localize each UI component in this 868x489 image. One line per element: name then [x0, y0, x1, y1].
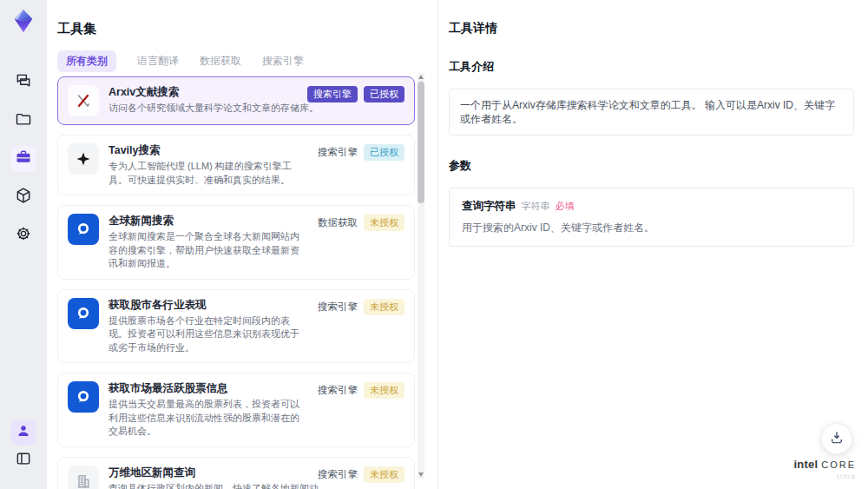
sidebar-item-chat[interactable] — [10, 69, 36, 96]
tool-description: 查询具体行政区划内的新闻，快速了解各地新闻动 — [108, 482, 308, 489]
intro-heading: 工具介绍 — [449, 59, 854, 75]
tool-name: Arxiv文献搜索 — [108, 85, 298, 100]
params-heading: 参数 — [449, 158, 854, 174]
download-icon — [829, 430, 845, 448]
news-globe-icon — [68, 214, 99, 245]
tool-name: 获取市场最活跃股票信息 — [108, 381, 308, 396]
panel-toggle-icon — [15, 450, 32, 471]
tab-data-fetch[interactable]: 数据获取 — [200, 54, 241, 69]
parameter-required-flag: 必填 — [556, 200, 575, 213]
category-badge: 搜索引擎 — [307, 86, 358, 102]
sidebar-nav — [0, 69, 47, 248]
parameter-name: 查询字符串 — [462, 199, 516, 214]
tool-description: 提供股票市场各个行业在特定时间段内的表现。投资者可以利用这些信息来识别表现优于或… — [108, 314, 308, 355]
arxiv-logo-icon — [68, 85, 99, 116]
core-wordmark: core — [821, 459, 856, 470]
app-window: 工具集 所有类别 语言翻译 数据获取 搜索引擎 Arxiv文献搜索 访问各个研究… — [0, 0, 868, 489]
auth-status-badge: 已授权 — [364, 144, 404, 161]
tool-card-body: 获取股市各行业表现 提供股票市场各个行业在特定时间段内的表现。投资者可以利用这些… — [108, 298, 308, 355]
tool-card-body: 万维地区新闻查询 查询具体行政区划内的新闻，快速了解各地新闻动 — [108, 466, 308, 489]
tab-language-translation[interactable]: 语言翻译 — [137, 54, 179, 69]
tab-all-categories[interactable]: 所有类别 — [57, 50, 116, 72]
tool-badges: 搜索引擎 已授权 — [307, 86, 404, 102]
tool-description: 专为人工智能代理 (LLM) 构建的搜索引擎工具。可快速提供实时、准确和真实的结… — [108, 160, 308, 187]
tavily-star-icon — [68, 143, 99, 175]
tool-badges: 搜索引擎 未授权 — [318, 466, 404, 483]
tool-description: 全球新闻搜索是一个聚合全球各大新闻网站内容的搜索引擎，帮助用户快速获取全球最新资… — [108, 230, 308, 271]
category-label: 搜索引擎 — [318, 301, 358, 314]
tool-card-sector-performance[interactable]: 获取股市各行业表现 提供股票市场各个行业在特定时间段内的表现。投资者可以利用这些… — [57, 289, 415, 364]
tool-card-global-news[interactable]: 全球新闻搜索 全球新闻搜索是一个聚合全球各大新闻网站内容的搜索引擎，帮助用户快速… — [57, 205, 415, 280]
tools-panel: 工具集 所有类别 语言翻译 数据获取 搜索引擎 Arxiv文献搜索 访问各个研究… — [47, 0, 437, 489]
news-globe-icon — [68, 298, 99, 329]
sidebar-item-files[interactable] — [10, 108, 36, 134]
tool-card-body: 全球新闻搜索 全球新闻搜索是一个聚合全球各大新闻网站内容的搜索引擎，帮助用户快速… — [108, 214, 308, 271]
news-globe-icon — [68, 381, 99, 413]
sidebar-item-models[interactable] — [10, 184, 36, 210]
auth-status-badge: 未授权 — [364, 215, 404, 231]
parameter-header: 查询字符串 字符串 必填 — [462, 199, 841, 214]
download-button[interactable] — [821, 423, 852, 454]
tool-card-body: Tavily搜索 专为人工智能代理 (LLM) 构建的搜索引擎工具。可快速提供实… — [108, 143, 308, 187]
sidebar-item-account[interactable] — [10, 420, 36, 446]
tool-name: 获取股市各行业表现 — [108, 298, 308, 313]
auth-status-badge: 未授权 — [364, 299, 404, 315]
sidebar-item-settings[interactable] — [10, 222, 36, 248]
cube-icon — [15, 187, 32, 208]
auth-status-badge: 已授权 — [364, 86, 404, 102]
category-label: 搜索引擎 — [318, 468, 358, 481]
tool-name: 全球新闻搜索 — [108, 214, 308, 228]
tool-detail-panel: 工具详情 工具介绍 一个用于从Arxiv存储库搜索科学论文和文章的工具。 输入可… — [437, 0, 868, 489]
tool-card-arxiv[interactable]: Arxiv文献搜索 访问各个研究领域大量科学论文和文章的存储库。 搜索引擎 已授… — [57, 76, 415, 125]
parameter-type: 字符串 — [522, 200, 550, 213]
parameter-description: 用于搜索的Arxiv ID、关键字或作者姓名。 — [462, 221, 841, 235]
folder-icon — [15, 110, 32, 131]
tool-badges: 数据获取 未授权 — [318, 215, 404, 231]
scrollbar-thumb[interactable] — [418, 82, 424, 203]
ultra-wordmark: Ultra — [793, 473, 856, 480]
tool-card-body: Arxiv文献搜索 访问各个研究领域大量科学论文和文章的存储库。 — [108, 85, 298, 116]
tool-name: Tavily搜索 — [108, 143, 308, 158]
tool-card-body: 获取市场最活跃股票信息 提供当天交易量最高的股票列表，投资者可以利用这些信息来识… — [108, 381, 308, 439]
tool-badges: 搜索引擎 未授权 — [318, 382, 404, 399]
chat-icon — [15, 72, 32, 93]
intel-core-logo: intelcore Ultra — [793, 457, 856, 480]
auth-status-badge: 未授权 — [364, 466, 404, 483]
page-title: 工具集 — [57, 21, 96, 37]
tool-badges: 搜索引擎 未授权 — [318, 299, 404, 315]
sidebar — [0, 0, 47, 489]
scroll-up-arrow-icon[interactable] — [418, 75, 424, 79]
category-tabs: 所有类别 语言翻译 数据获取 搜索引擎 — [57, 50, 304, 72]
tool-name: 万维地区新闻查询 — [108, 466, 308, 480]
sidebar-item-collapse[interactable] — [10, 447, 36, 473]
sidebar-bottom — [0, 420, 47, 473]
parameter-card: 查询字符串 字符串 必填 用于搜索的Arxiv ID、关键字或作者姓名。 — [449, 188, 854, 247]
category-label: 搜索引擎 — [318, 384, 358, 397]
intel-wordmark: intel — [793, 458, 818, 471]
category-label: 搜索引擎 — [318, 146, 358, 159]
scroll-down-arrow-icon[interactable] — [418, 472, 424, 477]
list-scrollbar[interactable] — [418, 73, 424, 479]
tool-card-tavily[interactable]: Tavily搜索 专为人工智能代理 (LLM) 构建的搜索引擎工具。可快速提供实… — [57, 135, 415, 195]
sidebar-item-toolset[interactable] — [10, 146, 36, 172]
tool-intro-text: 一个用于从Arxiv存储库搜索科学论文和文章的工具。 输入可以是Arxiv ID… — [449, 89, 854, 135]
settings-icon — [15, 225, 32, 246]
tool-card-regional-news[interactable]: 万维地区新闻查询 查询具体行政区划内的新闻，快速了解各地新闻动 搜索引擎 未授权 — [57, 457, 415, 489]
building-icon — [68, 466, 99, 489]
tool-description: 提供当天交易量最高的股票列表，投资者可以利用这些信息来识别流动性强的股票和潜在的… — [108, 398, 308, 439]
tool-badges: 搜索引擎 已授权 — [318, 144, 404, 161]
user-icon — [16, 423, 31, 442]
tool-description: 访问各个研究领域大量科学论文和文章的存储库。 — [108, 102, 298, 116]
detail-title: 工具详情 — [449, 21, 854, 36]
app-logo[interactable] — [10, 8, 36, 34]
category-label: 数据获取 — [318, 216, 358, 229]
auth-status-badge: 未授权 — [364, 382, 404, 399]
tab-search-engine[interactable]: 搜索引擎 — [262, 54, 304, 69]
tool-card-active-stocks[interactable]: 获取市场最活跃股票信息 提供当天交易量最高的股票列表，投资者可以利用这些信息来识… — [57, 373, 415, 447]
tool-list: Arxiv文献搜索 访问各个研究领域大量科学论文和文章的存储库。 搜索引擎 已授… — [57, 76, 415, 489]
toolbox-icon — [15, 149, 32, 169]
